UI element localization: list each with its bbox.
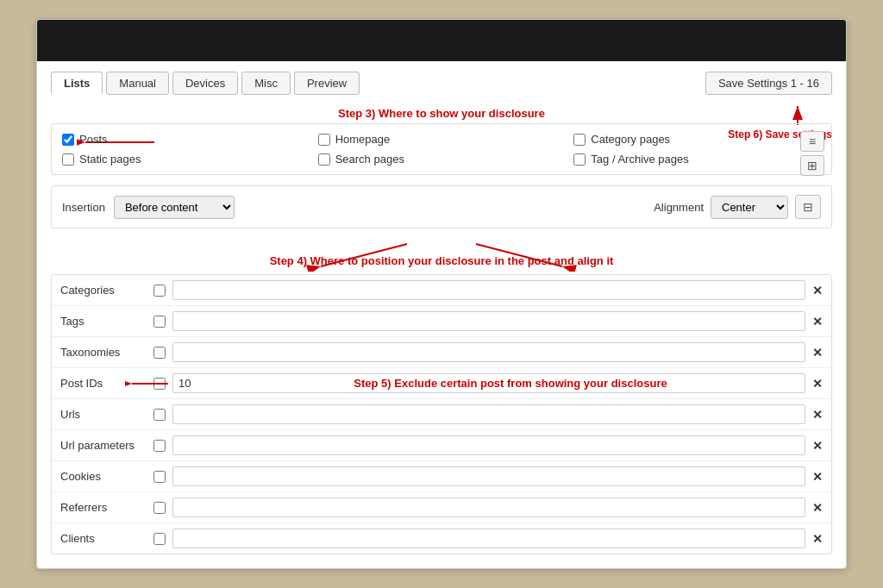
clients-label: Clients (60, 532, 147, 545)
taxonomies-remove-icon[interactable]: ✕ (812, 346, 823, 360)
categories-input[interactable] (172, 280, 805, 300)
filter-row-post-ids: Post IDs Step 5) Exclude certain post fr… (52, 368, 831, 399)
referrers-remove-icon[interactable]: ✕ (812, 501, 823, 515)
checkboxes-section: Posts Homepage Category pages Static pag… (51, 123, 832, 175)
filter-row-clients: Clients ✕ (52, 523, 831, 554)
checkbox-homepage: Homepage (318, 133, 566, 146)
cookies-remove-icon[interactable]: ✕ (812, 470, 823, 484)
alignment-select[interactable]: Left Center Right (711, 196, 788, 219)
categories-checkbox[interactable] (153, 285, 166, 297)
step3-annotation: Step 3) Where to show your disclosure (51, 107, 832, 120)
clients-input[interactable] (172, 529, 805, 548)
url-params-remove-icon[interactable]: ✕ (812, 439, 823, 453)
checkboxes-grid: Posts Homepage Category pages Static pag… (62, 133, 821, 166)
checkbox-search-pages: Search pages (318, 153, 566, 166)
step4-label: Step 4) Where to position your disclosur… (51, 254, 832, 267)
homepage-label[interactable]: Homepage (335, 133, 391, 146)
hamburger-icon: ≡ (809, 134, 816, 148)
search-pages-label[interactable]: Search pages (335, 153, 404, 166)
static-pages-label[interactable]: Static pages (79, 153, 141, 166)
post-ids-checkbox[interactable] (153, 378, 166, 390)
insertion-row: Insertion Before content After content B… (51, 185, 832, 228)
taxonomies-checkbox[interactable] (153, 347, 166, 359)
tag-archive-label[interactable]: Tag / Archive pages (591, 153, 688, 166)
referrers-label: Referrers (60, 501, 147, 514)
insertion-label: Insertion (62, 201, 105, 214)
step4-annotation-area: Step 4) Where to position your disclosur… (51, 241, 832, 267)
tabs-left: Lists Manual Devices Misc Preview (51, 72, 360, 95)
content-area: Lists Manual Devices Misc Preview Save S… (37, 61, 846, 568)
tags-label: Tags (60, 315, 147, 328)
filter-row-tags: Tags ✕ (52, 306, 831, 337)
tags-remove-icon[interactable]: ✕ (812, 315, 823, 328)
filter-row-urls: Urls ✕ (52, 399, 831, 430)
posts-label[interactable]: Posts (79, 133, 108, 146)
homepage-checkbox[interactable] (318, 134, 330, 146)
categories-remove-icon[interactable]: ✕ (812, 284, 823, 297)
urls-label: Urls (60, 408, 147, 421)
alignment-group: Alignment Left Center Right ⊟ (654, 195, 821, 219)
cookies-checkbox[interactable] (153, 471, 166, 483)
checkbox-posts: Posts (62, 133, 310, 146)
filter-row-referrers: Referrers ✕ (52, 492, 831, 523)
static-pages-checkbox[interactable] (62, 153, 74, 166)
category-pages-checkbox[interactable] (573, 134, 586, 146)
categories-label: Categories (60, 284, 147, 297)
checkboxes-wrapper: Posts Homepage Category pages Static pag… (51, 123, 832, 175)
icon-buttons: ≡ ⊞ (800, 131, 824, 176)
insertion-select[interactable]: Before content After content Before and … (114, 196, 235, 219)
qr-icon: ⊞ (807, 159, 817, 172)
tab-devices[interactable]: Devices (172, 72, 238, 95)
hamburger-icon-button[interactable]: ≡ (800, 131, 824, 152)
category-pages-label[interactable]: Category pages (591, 133, 670, 146)
url-params-input[interactable] (172, 435, 805, 455)
cookies-input[interactable] (172, 466, 805, 486)
filter-row-url-params: Url parameters ✕ (52, 430, 831, 461)
urls-input[interactable] (172, 404, 805, 424)
filter-row-categories: Categories ✕ (52, 275, 831, 306)
grid-icon: ⊟ (803, 200, 813, 214)
grid-icon-button[interactable]: ⊟ (795, 195, 821, 219)
filter-row-cookies: Cookies ✕ (52, 461, 831, 492)
cookies-label: Cookies (60, 470, 147, 483)
urls-remove-icon[interactable]: ✕ (812, 408, 823, 422)
checkbox-category-pages: Category pages (573, 133, 821, 146)
checkbox-tag-archive: Tag / Archive pages (573, 153, 821, 166)
tab-manual[interactable]: Manual (106, 72, 169, 95)
taxonomies-label: Taxonomies (60, 346, 147, 359)
filter-row-taxonomies: Taxonomies ✕ (52, 337, 831, 368)
save-settings-button[interactable]: Save Settings 1 - 16 (705, 72, 832, 95)
clients-remove-icon[interactable]: ✕ (812, 532, 823, 546)
post-ids-input[interactable] (172, 373, 805, 393)
tabs-row: Lists Manual Devices Misc Preview Save S… (51, 72, 832, 95)
tag-archive-checkbox[interactable] (573, 153, 586, 166)
referrers-checkbox[interactable] (153, 502, 166, 514)
url-params-label: Url parameters (60, 439, 147, 452)
clients-checkbox[interactable] (153, 533, 166, 545)
checkbox-static-pages: Static pages (62, 153, 310, 166)
main-container: Lists Manual Devices Misc Preview Save S… (36, 19, 847, 569)
post-ids-remove-icon[interactable]: ✕ (812, 377, 823, 391)
search-pages-checkbox[interactable] (318, 153, 330, 166)
tags-checkbox[interactable] (153, 316, 166, 328)
tab-lists[interactable]: Lists (51, 72, 103, 95)
post-ids-label: Post IDs (60, 377, 147, 390)
taxonomies-input[interactable] (172, 342, 805, 362)
urls-checkbox[interactable] (153, 409, 166, 421)
step6-area: Save Settings 1 - 16 Step 6) Save settin… (705, 72, 832, 95)
url-params-checkbox[interactable] (153, 440, 166, 452)
filter-section: Categories ✕ Tags ✕ Taxonomies ✕ (51, 274, 832, 554)
qr-icon-button[interactable]: ⊞ (800, 155, 824, 176)
referrers-input[interactable] (172, 497, 805, 517)
insertion-wrapper: Insertion Before content After content B… (51, 185, 832, 228)
tab-preview[interactable]: Preview (294, 72, 360, 95)
alignment-label: Alignment (654, 201, 704, 214)
tags-input[interactable] (172, 311, 805, 331)
posts-checkbox[interactable] (62, 134, 74, 146)
tab-misc[interactable]: Misc (241, 72, 291, 95)
top-bar (37, 20, 846, 61)
